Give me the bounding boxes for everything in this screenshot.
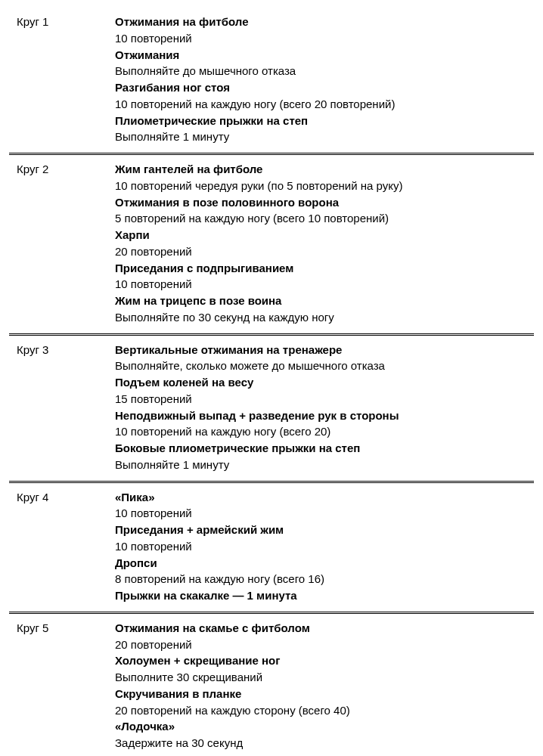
exercise-name: Прыжки на скакалке — 1 минута — [115, 587, 526, 604]
exercise-detail: 5 повторений на каждую ногу (всего 10 по… — [115, 210, 526, 227]
exercise-detail: Задержите на 30 секунд — [115, 735, 526, 751]
exercise-detail: 8 повторений на каждую ногу (всего 16) — [115, 571, 526, 587]
round-label: Круг 3 — [9, 334, 107, 482]
round-row: Круг 4«Пика»10 повторенийПриседания + ар… — [9, 482, 534, 612]
exercise-name: Жим на трицепс в позе воина — [115, 293, 526, 309]
exercise-name: Жим гантелей на фитболе — [115, 161, 526, 178]
exercise-detail: Выполняйте 1 минуту — [115, 129, 526, 145]
exercise-name: «Лодочка» — [115, 718, 526, 735]
exercise-name: Приседания с подпрыгиванием — [115, 260, 526, 277]
round-label: Круг 1 — [9, 8, 107, 154]
exercise-detail: 10 повторений чередуя руки (по 5 повторе… — [115, 178, 526, 194]
exercise-detail: 10 повторений — [115, 538, 526, 555]
round-label: Круг 2 — [9, 154, 107, 335]
round-content: «Пика»10 повторенийПриседания + армейски… — [107, 482, 534, 612]
round-row: Круг 5Отжимания на скамье с фитболом20 п… — [9, 612, 534, 756]
exercise-name: Плиометрические прыжки на степ — [115, 113, 526, 129]
round-label: Круг 5 — [9, 612, 107, 756]
exercise-name: Вертикальные отжимания на тренажере — [115, 342, 526, 358]
round-content: Вертикальные отжимания на тренажереВыпол… — [107, 334, 534, 482]
exercise-name: Отжимания на фитболе — [115, 14, 526, 30]
exercise-name: Дропси — [115, 555, 526, 572]
exercise-detail: 10 повторений — [115, 276, 526, 293]
exercise-name: Отжимания в позе половинного ворона — [115, 194, 526, 211]
exercise-name: Отжимания — [115, 47, 526, 64]
exercise-detail: Выполняйте по 30 секунд на каждую ногу — [115, 309, 526, 326]
exercise-name: Приседания + армейский жим — [115, 522, 526, 538]
round-content: Жим гантелей на фитболе10 повторений чер… — [107, 154, 534, 335]
exercise-detail: Выполняйте до мышечного отказа — [115, 63, 526, 79]
exercise-detail: 10 повторений — [115, 505, 526, 522]
round-label: Круг 4 — [9, 482, 107, 612]
exercise-detail: 10 повторений на каждую ногу (всего 20) — [115, 423, 526, 440]
exercise-detail: 20 повторений — [115, 243, 526, 260]
exercise-detail: Выполняйте, сколько можете до мышечного … — [115, 358, 526, 374]
exercise-name: Подъем коленей на весу — [115, 374, 526, 391]
round-row: Круг 2Жим гантелей на фитболе10 повторен… — [9, 154, 534, 335]
workout-table: Круг 1Отжимания на фитболе10 повторенийО… — [9, 8, 534, 756]
round-content: Отжимания на фитболе10 повторенийОтжиман… — [107, 8, 534, 154]
exercise-name: Разгибания ног стоя — [115, 79, 526, 96]
round-content: Отжимания на скамье с фитболом20 повторе… — [107, 612, 534, 756]
exercise-detail: Выполняйте 1 минуту — [115, 457, 526, 473]
exercise-name: Неподвижный выпад + разведение рук в сто… — [115, 407, 526, 424]
exercise-name: Холоумен + скрещивание ног — [115, 652, 526, 669]
round-row: Круг 1Отжимания на фитболе10 повторенийО… — [9, 8, 534, 154]
exercise-detail: 20 повторений — [115, 637, 526, 653]
exercise-detail: 15 повторений — [115, 391, 526, 407]
exercise-name: Харпи — [115, 227, 526, 243]
exercise-name: Боковые плиометрические прыжки на степ — [115, 440, 526, 457]
exercise-detail: 10 повторений на каждую ногу (всего 20 п… — [115, 96, 526, 113]
exercise-detail: Выполните 30 скрещиваний — [115, 669, 526, 686]
round-row: Круг 3Вертикальные отжимания на тренажер… — [9, 334, 534, 482]
exercise-name: «Пика» — [115, 489, 526, 506]
exercise-name: Отжимания на скамье с фитболом — [115, 620, 526, 637]
exercise-detail: 20 повторений на каждую сторону (всего 4… — [115, 702, 526, 719]
exercise-name: Скручивания в планке — [115, 686, 526, 702]
exercise-detail: 10 повторений — [115, 30, 526, 47]
